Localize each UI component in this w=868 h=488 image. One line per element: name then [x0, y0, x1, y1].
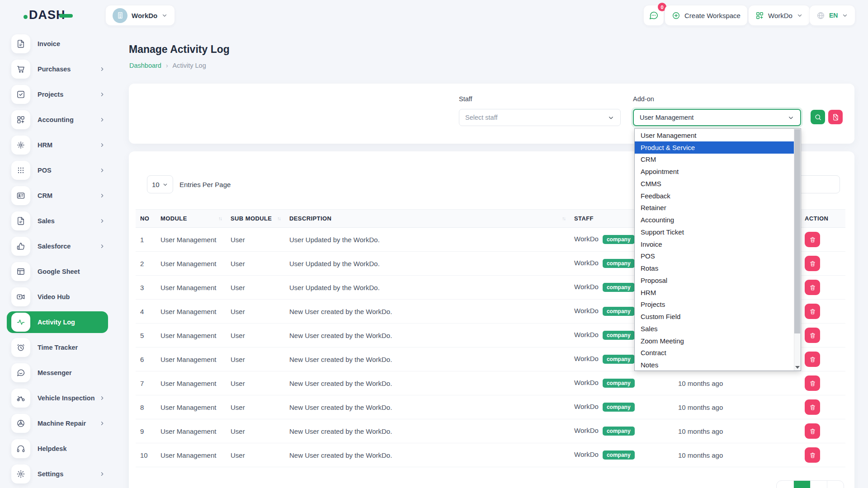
delete-button[interactable] — [805, 232, 820, 247]
delete-button[interactable] — [805, 447, 820, 463]
sort-icon[interactable]: ↑↓ — [277, 216, 280, 221]
delete-button[interactable] — [805, 352, 820, 367]
column-header-sub-module[interactable]: SUB MODULE↑↓ — [226, 210, 285, 228]
messages-button[interactable]: 0 — [643, 5, 664, 26]
addon-option-projects[interactable]: Projects — [635, 299, 794, 311]
addon-option-pos[interactable]: POS — [635, 250, 794, 263]
dropdown-scrollbar-thumb[interactable] — [794, 129, 800, 333]
addon-option-cmms[interactable]: CMMS — [635, 178, 794, 190]
addon-option-custom-field[interactable]: Custom Field — [635, 310, 794, 323]
column-header-description[interactable]: DESCRIPTION↑↓ — [285, 210, 570, 228]
cell-description: User Updated by the WorkDo. — [285, 228, 570, 252]
app-logo: DASH — [24, 7, 73, 23]
clear-filter-button[interactable] — [828, 110, 843, 124]
cell-staff: WorkDocompany — [570, 395, 674, 419]
sidebar-item-google-sheet[interactable]: Google Sheet — [0, 259, 111, 284]
dropdown-scrollbar-track[interactable] — [794, 129, 801, 371]
sidebar-item-accounting[interactable]: Accounting — [0, 107, 111, 132]
addon-option-notes[interactable]: Notes — [635, 359, 794, 371]
delete-button[interactable] — [805, 375, 820, 391]
cell-sub-module: User — [226, 395, 285, 419]
breadcrumb-dashboard-link[interactable]: Dashboard — [129, 62, 161, 69]
create-workspace-button[interactable]: Create Workspace — [665, 5, 748, 26]
bike-icon — [11, 389, 30, 408]
delete-button[interactable] — [805, 399, 820, 415]
addon-option-sales[interactable]: Sales — [635, 323, 794, 335]
sidebar-item-time-tracker[interactable]: Time Tracker — [0, 335, 111, 360]
addon-option-crm[interactable]: CRM — [635, 154, 794, 166]
addon-option-user-management[interactable]: User Management — [635, 129, 794, 141]
addon-option-appointment[interactable]: Appointment — [635, 165, 794, 178]
cell-sub-module: User — [226, 228, 285, 252]
workspace-selector[interactable]: WorkDo — [105, 5, 175, 26]
addon-option-contract[interactable]: Contract — [635, 347, 794, 359]
sidebar-item-sales[interactable]: Sales — [0, 208, 111, 234]
delete-button[interactable] — [805, 328, 820, 343]
sidebar-item-helpdesk[interactable]: Helpdesk — [0, 436, 111, 461]
sidebar-item-label: Purchases — [38, 66, 71, 73]
sidebar-item-label: HRM — [38, 141, 52, 149]
sort-icon[interactable]: ↑↓ — [562, 216, 565, 221]
delete-button[interactable] — [805, 256, 820, 271]
dots-icon — [11, 161, 30, 180]
workspace-menu-button[interactable]: WorkDo — [748, 5, 810, 26]
staff-type-badge: company — [603, 283, 635, 292]
staff-type-badge: company — [603, 427, 635, 436]
staff-type-badge: company — [603, 450, 635, 460]
column-header-module[interactable]: MODULE↑↓ — [156, 210, 226, 228]
sidebar-item-purchases[interactable]: Purchases — [0, 56, 111, 82]
cell-action — [800, 347, 845, 371]
chat-smile-icon — [11, 363, 30, 382]
sidebar-item-activity-log[interactable]: Activity Log — [0, 310, 111, 335]
staff-type-badge: company — [603, 355, 635, 364]
addon-option-rotas[interactable]: Rotas — [635, 262, 794, 274]
dropdown-scroll-down-arrow-icon[interactable] — [795, 366, 800, 369]
sidebar-item-machine-repair[interactable]: Machine Repair — [0, 411, 111, 436]
addon-option-hrm[interactable]: HRM — [635, 286, 794, 299]
addon-option-accounting[interactable]: Accounting — [635, 214, 794, 226]
building-icon — [116, 11, 124, 19]
sidebar-item-pos[interactable]: POS — [0, 158, 111, 183]
pagination-page-1[interactable]: 1 — [793, 481, 810, 488]
pagination-prev-button[interactable]: ‹ — [777, 481, 793, 488]
sidebar-item-hrm[interactable]: HRM — [0, 132, 111, 158]
pagination-page-2[interactable]: 2 — [810, 481, 827, 488]
sidebar-item-salesforce[interactable]: Salesforce — [0, 234, 111, 259]
sidebar-item-invoice[interactable]: Invoice — [0, 31, 111, 56]
addon-option-proposal[interactable]: Proposal — [635, 274, 794, 286]
cell-module: User Management — [156, 228, 226, 252]
sidebar-item-vehicle-inspection[interactable]: Vehicle Inspection — [0, 385, 111, 411]
addon-dropdown-popup: User ManagementProduct & ServiceCRMAppoi… — [634, 128, 801, 371]
sidebar-item-video-hub[interactable]: Video Hub — [0, 284, 111, 310]
addon-option-zoom-meeting[interactable]: Zoom Meeting — [635, 335, 794, 347]
pagination-next-button[interactable]: › — [827, 481, 844, 488]
sort-icon[interactable]: ↑↓ — [218, 216, 222, 221]
chevron-right-icon — [99, 244, 105, 249]
grid-plus-icon — [11, 110, 30, 129]
addon-select[interactable]: User Management — [633, 109, 801, 126]
sidebar-item-settings[interactable]: Settings — [0, 461, 111, 487]
page-title: Manage Activity Log — [129, 43, 230, 56]
delete-button[interactable] — [805, 304, 820, 319]
cell-sub-module: User — [226, 371, 285, 395]
sidebar-item-label: POS — [38, 167, 52, 174]
cell-description: New User created by the WorkDo. — [285, 347, 570, 371]
staff-type-badge: company — [603, 307, 635, 316]
staff-select[interactable]: Select staff — [459, 109, 621, 126]
delete-button[interactable] — [805, 280, 820, 295]
entries-per-page-select[interactable]: 10 — [147, 175, 173, 193]
addon-option-support-ticket[interactable]: Support Ticket — [635, 226, 794, 238]
cell-date: 10 months ago — [674, 419, 800, 443]
apply-filter-button[interactable] — [811, 110, 825, 124]
addon-option-invoice[interactable]: Invoice — [635, 238, 794, 250]
staff-type-badge: company — [603, 331, 635, 340]
sidebar-item-label: Invoice — [38, 40, 60, 47]
sidebar-item-projects[interactable]: Projects — [0, 82, 111, 107]
addon-option-feedback[interactable]: Feedback — [635, 190, 794, 202]
sidebar-item-messenger[interactable]: Messenger — [0, 360, 111, 385]
sidebar-item-crm[interactable]: CRM — [0, 183, 111, 208]
addon-option-product-service[interactable]: Product & Service — [635, 141, 794, 154]
language-selector[interactable]: EN — [809, 5, 855, 26]
addon-option-retainer[interactable]: Retainer — [635, 202, 794, 214]
delete-button[interactable] — [805, 423, 820, 439]
